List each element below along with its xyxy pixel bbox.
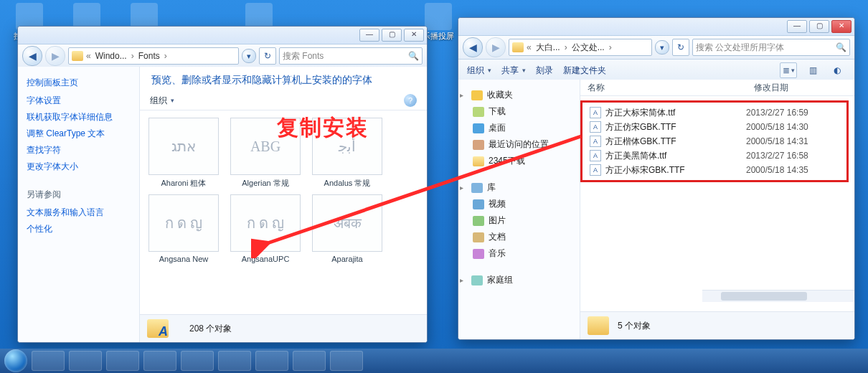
tree-libraries[interactable]: ▸库 (460, 179, 580, 196)
address-bar[interactable]: « 大白... › 公文处... › (509, 39, 652, 56)
tree-documents[interactable]: 文档 (460, 229, 580, 245)
sidebar-link-font-size[interactable]: 更改字体大小 (27, 161, 139, 173)
tree-homegroup[interactable]: ▸家庭组 (460, 272, 580, 288)
titlebar[interactable]: — ▢ ✕ (458, 18, 854, 36)
minimize-button[interactable]: — (359, 29, 379, 42)
taskbar-item[interactable] (181, 351, 214, 371)
breadcrumb-back[interactable]: « (525, 42, 533, 52)
file-row[interactable]: A方正小标宋GBK.TTF2000/5/18 14:35 (582, 163, 846, 177)
search-input[interactable]: 搜索 Fonts 🔍 (279, 47, 423, 65)
font-item[interactable]: अबकAparajita (309, 194, 385, 263)
breadcrumb[interactable]: Windo... (94, 51, 128, 61)
organize-menu[interactable]: 组织 (467, 65, 491, 77)
taskbar-item[interactable] (106, 351, 139, 371)
search-input[interactable]: 搜索 公文处理所用字体 🔍 (692, 39, 850, 56)
tree-music[interactable]: 音乐 (460, 245, 580, 262)
breadcrumb[interactable]: 大白... (534, 42, 562, 54)
taskbar-item[interactable] (143, 351, 176, 371)
file-name: 方正大标宋简体.ttf (605, 107, 746, 119)
scrollbar-thumb[interactable] (721, 292, 807, 301)
col-date-header[interactable]: 修改日期 (754, 82, 854, 94)
taskbar[interactable] (0, 349, 868, 373)
close-button[interactable]: ✕ (404, 29, 424, 42)
folder-window: — ▢ ✕ ◀ ▶ « 大白... › 公文处... › ▾ ↻ 搜索 公文处理… (458, 17, 855, 340)
file-row[interactable]: A方正仿宋GBK.TTF2000/5/18 14:30 (582, 120, 846, 134)
sidebar-link-personalize[interactable]: 个性化 (27, 223, 139, 235)
taskbar-item[interactable] (255, 351, 288, 371)
tree-pictures[interactable]: 图片 (460, 212, 580, 229)
history-dropdown-button[interactable]: ▾ (655, 40, 669, 55)
file-date: 2013/2/27 16:58 (746, 151, 846, 161)
tree-downloads[interactable]: 下载 (460, 103, 580, 120)
document-icon (473, 232, 484, 242)
breadcrumb[interactable]: 公文处... (570, 42, 606, 54)
sidebar-header: 控制面板主页 (27, 77, 139, 89)
file-date: 2000/5/18 14:30 (746, 122, 846, 132)
taskbar-item[interactable] (32, 351, 65, 371)
tree-favorites[interactable]: ▸收藏夹 (460, 87, 580, 103)
font-item[interactable]: أﺑﺟAndalus 常规 (309, 118, 385, 189)
file-row[interactable]: A方正美黑简体.ttf2013/2/27 16:58 (582, 148, 846, 163)
taskbar-item[interactable] (69, 351, 102, 371)
file-name: 方正楷体GBK.TTF (605, 136, 746, 148)
refresh-button[interactable]: ↻ (672, 39, 689, 56)
titlebar[interactable]: — ▢ ✕ (18, 27, 427, 44)
search-icon: 🔍 (408, 51, 419, 61)
toolbar: 组织 共享 刻录 新建文件夹 ≣ ▥ ◐ (458, 60, 854, 82)
taskbar-item[interactable] (218, 351, 251, 371)
back-button[interactable]: ◀ (463, 37, 483, 57)
sidebar-link-find-char[interactable]: 查找字符 (27, 144, 139, 156)
taskbar-item[interactable] (293, 351, 326, 371)
breadcrumb-sep: › (608, 42, 613, 52)
minimize-button[interactable]: — (787, 20, 807, 33)
breadcrumb[interactable]: Fonts (137, 51, 161, 61)
refresh-button[interactable]: ↻ (259, 47, 276, 65)
sidebar-link-online-fonts[interactable]: 联机获取字体详细信息 (27, 111, 139, 123)
fonts-content-pane: 预览、删除或者显示和隐藏计算机上安装的的字体 组织 ? אתגAharoni 粗… (140, 67, 427, 342)
breadcrumb-sep: › (163, 51, 169, 61)
font-item[interactable]: אתגAharoni 粗体 (146, 118, 222, 189)
font-item[interactable]: ก ด ญAngsana New (146, 194, 222, 263)
col-name-header[interactable]: 名称 (583, 82, 754, 94)
font-item[interactable]: ก ด ญAngsanaUPC (227, 194, 303, 263)
tree-desktop[interactable]: 桌面 (460, 120, 580, 136)
sidebar-link-text-services[interactable]: 文本服务和输入语言 (27, 207, 139, 219)
tree-recent[interactable]: 最近访问的位置 (460, 136, 580, 153)
help-button[interactable]: ◐ (829, 62, 846, 78)
fonts-heading: 预览、删除或者显示和隐藏计算机上安装的的字体 (140, 67, 427, 91)
nav-row: ◀ ▶ « 大白... › 公文处... › ▾ ↻ 搜索 公文处理所用字体 🔍 (458, 36, 854, 60)
font-item[interactable]: ABGAlgerian 常规 (227, 118, 303, 189)
start-button[interactable] (4, 349, 27, 372)
font-thumb: ก ด ญ (230, 194, 301, 252)
view-mode-button[interactable]: ≣ (780, 62, 797, 78)
font-file-icon: A (590, 136, 601, 147)
sidebar-link-font-settings[interactable]: 字体设置 (27, 95, 139, 107)
help-icon[interactable]: ? (404, 94, 417, 107)
organize-menu[interactable]: 组织 (150, 95, 174, 107)
share-menu[interactable]: 共享 (501, 65, 526, 77)
breadcrumb-sep: › (130, 51, 136, 61)
file-row[interactable]: A方正大标宋简体.ttf2013/2/27 16:59 (582, 105, 846, 120)
maximize-button[interactable]: ▢ (809, 20, 829, 33)
tree-2345[interactable]: 2345下载 (460, 153, 580, 169)
address-bar[interactable]: « Windo... › Fonts › (68, 47, 239, 65)
burn-button[interactable]: 刻录 (536, 65, 553, 77)
nav-row: ◀ ▶ « Windo... › Fonts › ▾ ↻ 搜索 Fonts 🔍 (18, 44, 427, 68)
taskbar-item[interactable] (330, 351, 363, 371)
breadcrumb-back[interactable]: « (85, 51, 93, 61)
breadcrumb-sep: › (563, 42, 569, 52)
tree-videos[interactable]: 视频 (460, 196, 580, 212)
file-date: 2000/5/18 14:35 (746, 165, 846, 175)
sidebar-link-cleartype[interactable]: 调整 ClearType 文本 (27, 128, 139, 140)
back-button[interactable]: ◀ (22, 46, 42, 66)
close-button[interactable]: ✕ (831, 20, 852, 33)
font-thumb: ABG (230, 118, 301, 175)
preview-pane-button[interactable]: ▥ (804, 62, 821, 78)
history-dropdown-button[interactable]: ▾ (242, 49, 256, 63)
status-bar: A 208 个对象 (140, 314, 427, 342)
file-row[interactable]: A方正楷体GBK.TTF2000/5/18 14:31 (582, 134, 846, 148)
horizontal-scrollbar[interactable] (702, 290, 854, 302)
file-name: 方正美黑简体.ttf (605, 150, 746, 162)
maximize-button[interactable]: ▢ (382, 29, 402, 42)
new-folder-button[interactable]: 新建文件夹 (563, 65, 606, 77)
